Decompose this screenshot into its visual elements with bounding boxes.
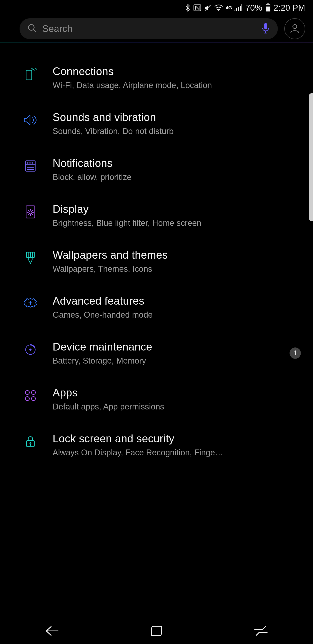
settings-item-apps[interactable]: AppsDefault apps, App permissions (23, 376, 301, 422)
person-icon (290, 23, 300, 34)
nfc-icon (193, 4, 201, 12)
svg-rect-3 (235, 10, 235, 11)
settings-item-advanced[interactable]: Advanced featuresGames, One-handed mode (23, 284, 301, 330)
network-type-label: 4G (226, 5, 232, 11)
settings-item-lock[interactable]: Lock screen and securityAlways On Displa… (23, 422, 301, 468)
svg-rect-6 (240, 6, 241, 11)
settings-item-title: Display (53, 203, 301, 216)
sound-icon (23, 113, 37, 127)
battery-icon (265, 4, 271, 12)
svg-rect-4 (236, 8, 237, 11)
settings-item-title: Sounds and vibration (53, 111, 301, 124)
search-row: Search (0, 16, 313, 42)
svg-line-33 (28, 214, 29, 214)
svg-point-44 (25, 397, 29, 400)
settings-item-subtitle: Wi-Fi, Data usage, Airplane mode, Locati… (53, 81, 283, 90)
settings-item-subtitle: Block, allow, prioritize (53, 172, 283, 182)
svg-point-16 (293, 24, 297, 28)
svg-line-12 (33, 30, 36, 32)
account-button[interactable] (284, 18, 305, 39)
status-bar: 4G 70% 2:20 PM (0, 0, 313, 16)
svg-rect-7 (242, 4, 242, 11)
settings-item-title: Notifications (53, 157, 301, 170)
clock: 2:20 PM (274, 3, 305, 12)
settings-item-display[interactable]: DisplayBrightness, Blue light filter, Ho… (23, 192, 301, 238)
svg-point-41 (29, 348, 31, 351)
recents-button[interactable] (239, 626, 283, 636)
svg-point-42 (25, 390, 29, 394)
svg-point-25 (29, 211, 32, 214)
display-icon (23, 205, 37, 219)
svg-point-18 (28, 163, 28, 164)
notification-badge: 1 (290, 348, 301, 359)
svg-rect-10 (266, 6, 270, 11)
maintenance-icon (23, 343, 37, 356)
settings-item-sound[interactable]: Sounds and vibrationSounds, Vibration, D… (23, 100, 301, 146)
home-button[interactable] (135, 625, 178, 637)
notifications-icon (23, 159, 37, 173)
search-placeholder: Search (42, 23, 256, 34)
settings-item-title: Connections (53, 65, 301, 78)
settings-item-title: Advanced features (53, 294, 301, 307)
back-button[interactable] (30, 625, 74, 637)
svg-point-19 (30, 163, 30, 164)
svg-rect-24 (26, 206, 35, 218)
scrollbar-thumb[interactable] (309, 93, 313, 221)
signal-icon (235, 4, 242, 11)
settings-item-maintenance[interactable]: Device maintenanceBattery, Storage, Memo… (23, 330, 301, 376)
apps-icon (23, 388, 37, 402)
svg-rect-13 (264, 23, 267, 29)
svg-line-32 (32, 210, 33, 211)
svg-rect-5 (238, 7, 239, 11)
settings-item-title: Device maintenance (53, 340, 274, 353)
svg-point-2 (218, 10, 219, 11)
settings-item-subtitle: Battery, Storage, Memory (53, 356, 274, 366)
mic-icon[interactable] (261, 23, 270, 35)
settings-item-title: Lock screen and security (53, 432, 301, 445)
settings-item-notifications[interactable]: NotificationsBlock, allow, prioritize (23, 146, 301, 192)
wifi-icon (214, 4, 223, 11)
bluetooth-icon (185, 4, 191, 12)
settings-item-connections[interactable]: ConnectionsWi-Fi, Data usage, Airplane m… (23, 54, 301, 100)
svg-point-20 (32, 163, 33, 164)
advanced-icon (23, 297, 37, 311)
settings-item-title: Wallpapers and themes (53, 249, 301, 261)
svg-line-31 (32, 214, 33, 214)
settings-item-title: Apps (53, 386, 301, 399)
settings-item-subtitle: Sounds, Vibration, Do not disturb (53, 126, 283, 136)
search-input[interactable]: Search (19, 18, 278, 39)
navigation-bar (0, 618, 313, 644)
lock-icon (23, 434, 37, 448)
settings-item-subtitle: Default apps, App permissions (53, 402, 283, 412)
mute-icon (204, 4, 212, 12)
svg-point-11 (28, 24, 34, 30)
search-icon (27, 24, 37, 34)
settings-item-subtitle: Always On Display, Face Recognition, Fin… (53, 448, 283, 457)
settings-item-wallpaper[interactable]: Wallpapers and themesWallpapers, Themes,… (23, 238, 301, 284)
svg-point-43 (31, 390, 35, 394)
settings-list: ConnectionsWi-Fi, Data usage, Airplane m… (0, 42, 313, 468)
settings-item-subtitle: Brightness, Blue light filter, Home scre… (53, 218, 283, 228)
settings-item-subtitle: Games, One-handed mode (53, 310, 283, 320)
battery-percent: 70% (245, 3, 262, 12)
settings-item-subtitle: Wallpapers, Themes, Icons (53, 264, 283, 274)
wallpaper-icon (23, 251, 37, 265)
svg-point-45 (31, 397, 35, 400)
connections-icon (23, 67, 37, 81)
svg-line-30 (28, 210, 29, 211)
